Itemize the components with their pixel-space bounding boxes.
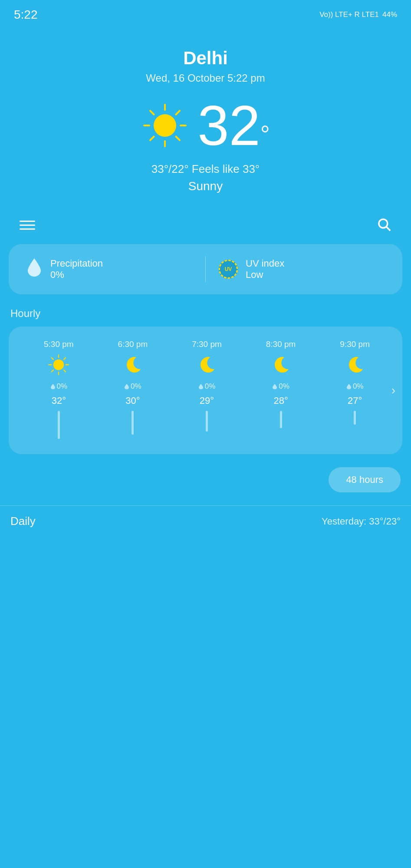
hourly-list: 5:30 pm 0%32°6:30 pm 0%30°7:30 pm 0%29°8…	[22, 340, 392, 441]
hour-precip: 0%	[346, 382, 364, 391]
hourly-item: 5:30 pm 0%32°	[22, 340, 96, 441]
hour-temp: 28°	[273, 395, 288, 406]
svg-line-18	[52, 358, 53, 360]
uv-item: UV UV index Low	[219, 258, 385, 281]
info-card: Precipitation 0% UV UV index Low	[9, 244, 402, 294]
hour-precip: 0%	[198, 382, 216, 391]
daily-section: Daily Yesterday: 33°/23°	[0, 505, 411, 541]
hourly-item: 9:30 pm 0%27°	[318, 340, 392, 441]
hour-icon	[195, 353, 218, 378]
weather-header: Delhi Wed, 16 October 5:22 pm 32° 33°	[0, 26, 411, 202]
hour-time: 6:30 pm	[118, 340, 148, 349]
search-button[interactable]	[375, 215, 394, 235]
svg-line-3	[176, 136, 180, 140]
uv-text: UV index Low	[246, 258, 284, 281]
hour-time: 9:30 pm	[340, 340, 370, 349]
hours-btn-row: 48 hours	[0, 463, 411, 501]
hour-bar-container	[354, 411, 356, 441]
hour-precip: 0%	[50, 382, 68, 391]
svg-line-7	[150, 111, 154, 114]
precipitation-label: Precipitation	[50, 258, 103, 269]
svg-line-14	[64, 370, 66, 372]
precipitation-item: Precipitation 0%	[26, 257, 192, 281]
menu-button[interactable]	[17, 218, 37, 232]
hour-bar	[206, 411, 208, 432]
uv-value: Low	[246, 269, 284, 281]
hourly-label: Hourly	[0, 307, 411, 327]
status-time: 5:22	[14, 8, 38, 22]
svg-line-10	[387, 227, 391, 231]
svg-point-8	[154, 114, 176, 137]
uv-icon: UV	[219, 260, 238, 279]
hour-precip: 0%	[124, 382, 141, 391]
battery-icon: 44%	[382, 10, 397, 19]
hamburger-icon	[20, 221, 35, 230]
svg-line-5	[150, 136, 154, 140]
hour-icon	[47, 353, 70, 378]
date-time: Wed, 16 October 5:22 pm	[9, 72, 402, 84]
daily-label: Daily	[10, 515, 36, 528]
status-icons: Vo)) LTE+ R LTE1 44%	[319, 10, 397, 19]
network-icon: Vo)) LTE+ R LTE1	[319, 10, 379, 19]
hourly-card: 5:30 pm 0%32°6:30 pm 0%30°7:30 pm 0%29°8…	[9, 327, 402, 454]
search-icon	[377, 217, 391, 232]
hour-bar-container	[280, 411, 282, 441]
hourly-item: 8:30 pm 0%28°	[244, 340, 318, 441]
hour-bar	[280, 411, 282, 428]
hour-bar-container	[132, 411, 134, 441]
precipitation-value: 0%	[50, 269, 103, 281]
hourly-item: 7:30 pm 0%29°	[170, 340, 244, 441]
48-hours-button[interactable]: 48 hours	[329, 467, 401, 492]
svg-line-16	[52, 370, 53, 372]
hour-icon	[122, 353, 144, 378]
info-divider	[205, 256, 206, 282]
weather-condition: Sunny	[9, 179, 402, 193]
city-name: Delhi	[9, 48, 402, 69]
hour-bar-container	[206, 411, 208, 441]
hour-temp: 32°	[52, 395, 66, 406]
hour-bar	[58, 411, 60, 439]
svg-line-1	[176, 111, 180, 114]
svg-point-19	[53, 360, 64, 370]
hour-time: 5:30 pm	[44, 340, 74, 349]
hour-icon	[270, 353, 292, 378]
temp-range: 33°/22° Feels like 33°	[9, 162, 402, 176]
hour-bar	[132, 411, 134, 435]
precipitation-icon	[26, 257, 43, 281]
temperature: 32°	[197, 97, 270, 154]
toolbar	[0, 202, 411, 244]
hour-icon	[344, 353, 366, 378]
svg-point-9	[379, 219, 388, 228]
hour-temp: 30°	[125, 395, 140, 406]
temp-unit: °	[260, 121, 270, 148]
chevron-right-icon[interactable]: ›	[391, 383, 395, 397]
svg-line-12	[64, 358, 66, 360]
hourly-item: 6:30 pm 0%30°	[96, 340, 170, 441]
hour-temp: 27°	[348, 395, 362, 406]
temp-display: 32°	[9, 97, 402, 154]
hour-bar	[354, 411, 356, 425]
hour-precip: 0%	[272, 382, 289, 391]
hour-time: 8:30 pm	[266, 340, 296, 349]
hour-temp: 29°	[200, 395, 214, 406]
yesterday-temp: Yesterday: 33°/23°	[322, 516, 401, 527]
hour-time: 7:30 pm	[192, 340, 222, 349]
sun-icon	[141, 102, 189, 149]
hour-bar-container	[58, 411, 60, 441]
temp-number: 32	[197, 94, 260, 157]
precipitation-text: Precipitation 0%	[50, 258, 103, 281]
uv-label: UV index	[246, 258, 284, 269]
status-bar: 5:22 Vo)) LTE+ R LTE1 44%	[0, 0, 411, 26]
